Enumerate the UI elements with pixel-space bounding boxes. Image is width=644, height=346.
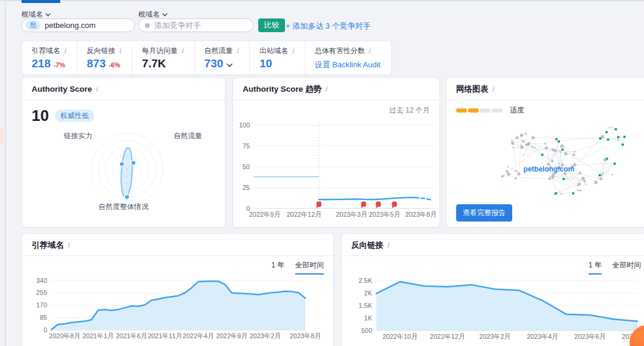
- metric-delta: -6%: [109, 61, 120, 68]
- authority-score-card: Authority Scorei 10 权威性低 链接实力 自然流量 自然度整体…: [21, 77, 225, 227]
- metric-label: 自然流量: [205, 46, 233, 56]
- svg-text:2023年2月: 2023年2月: [479, 333, 511, 340]
- toxicity-legend: 适度: [456, 105, 524, 116]
- tab-all-time[interactable]: 全部时间: [612, 260, 641, 275]
- info-icon[interactable]: i: [369, 47, 371, 55]
- backlinks-chart[interactable]: 5001K1.5K2K2.5K2022年10月2022年12月2023年2月20…: [342, 273, 644, 346]
- info-icon[interactable]: i: [67, 241, 70, 249]
- referring-domains-chart[interactable]: 0851702553402020年8月2021年1月2021年6月2021年11…: [22, 273, 335, 346]
- metric-value: 7.7K: [142, 57, 166, 70]
- svg-text:2021年1月: 2021年1月: [82, 332, 114, 339]
- svg-text:2021年6月: 2021年6月: [116, 332, 147, 339]
- metric-value: 873: [87, 57, 106, 70]
- card-title: 引荐域名: [32, 234, 64, 256]
- metric-referring-domains[interactable]: 引荐域名i 218-7%: [22, 41, 77, 74]
- svg-text:2022年10月: 2022年10月: [382, 333, 417, 340]
- svg-text:2022年12月: 2022年12月: [287, 211, 322, 218]
- referring-domains-card: 引荐域名i 1 年 全部时间 0851702553402020年8月2021年1…: [21, 233, 334, 346]
- metric-outbound-domains[interactable]: 出站域名i 10: [249, 41, 305, 74]
- svg-text:255: 255: [36, 289, 47, 296]
- info-icon[interactable]: i: [292, 47, 294, 55]
- trend-range-label: 过去 12 个月: [389, 105, 430, 116]
- svg-text:1K: 1K: [364, 314, 373, 322]
- info-icon[interactable]: i: [119, 47, 122, 55]
- svg-text:2023年8月: 2023年8月: [405, 211, 437, 218]
- info-icon[interactable]: i: [237, 47, 239, 55]
- svg-text:170: 170: [36, 301, 47, 308]
- svg-text:500: 500: [361, 327, 372, 334]
- svg-text:2022年12月: 2022年12月: [430, 333, 465, 340]
- svg-text:85: 85: [40, 314, 47, 321]
- left-rail: [0, 1, 6, 346]
- radar-axis-naturalness: 自然度整体情况: [22, 202, 225, 212]
- toxicity-segment: [468, 108, 479, 113]
- you-badge: 您: [26, 20, 41, 30]
- backlinks-range-tabs: 1 年 全部时间: [578, 260, 641, 275]
- metric-label: 反向链接: [87, 46, 116, 56]
- metric-toxicity-score: 总体有害性分数i 设置 Backlink Audit: [305, 41, 392, 74]
- svg-text:2.5K: 2.5K: [358, 277, 372, 284]
- tab-bar-divider: [0, 0, 644, 1]
- competitor-dot-icon: [145, 23, 150, 28]
- metrics-bar: 引荐域名i 218-7% 反向链接i 873-6% 每月访问量i 7.7K 自然…: [21, 40, 392, 75]
- svg-text:25: 25: [243, 184, 250, 191]
- setup-backlink-audit-link[interactable]: 设置 Backlink Audit: [315, 60, 381, 70]
- info-icon[interactable]: i: [325, 85, 327, 93]
- svg-text:2022年9月: 2022年9月: [216, 332, 247, 339]
- metric-value: 218: [32, 57, 51, 70]
- feedback-tab[interactable]: [0, 129, 4, 144]
- metric-label: 引荐域名: [32, 46, 60, 56]
- tab-all-time[interactable]: 全部时间: [295, 260, 324, 275]
- svg-text:2021年11月: 2021年11月: [148, 332, 182, 339]
- svg-text:2022年9月: 2022年9月: [249, 211, 281, 218]
- radar-axis-organic-traffic: 自然流量: [174, 131, 202, 141]
- toxicity-level-label: 适度: [510, 105, 524, 116]
- metric-label: 每月访问量: [142, 46, 178, 56]
- card-title: Authority Score: [32, 78, 92, 100]
- toxicity-segment: [480, 108, 491, 113]
- chevron-down-icon[interactable]: [227, 63, 233, 67]
- info-icon[interactable]: i: [95, 85, 98, 93]
- refdomains-range-tabs: 1 年 全部时间: [261, 260, 324, 275]
- main-domain-input[interactable]: 您 petbelong.com: [21, 18, 135, 32]
- tab-one-year[interactable]: 1 年: [271, 260, 284, 275]
- tab-one-year[interactable]: 1 年: [589, 260, 602, 275]
- svg-text:100: 100: [239, 121, 250, 129]
- metric-value: 730: [205, 57, 224, 70]
- view-full-report-button[interactable]: 查看完整报告: [456, 204, 512, 222]
- metric-backlinks[interactable]: 反向链接i 873-6%: [77, 41, 132, 74]
- svg-text:2023年8月: 2023年8月: [290, 332, 321, 339]
- competitor-placeholder: 添加竞争对手: [154, 20, 201, 31]
- authority-trend-card: Authority Score 趋势i 过去 12 个月 02550751002…: [233, 77, 440, 227]
- metric-monthly-visits[interactable]: 每月访问量i 7.7K: [132, 41, 194, 74]
- svg-text:0: 0: [44, 326, 47, 333]
- network-graph[interactable]: [453, 115, 644, 217]
- competitor-input[interactable]: 添加竞争对手: [138, 18, 253, 32]
- backlinks-card: 反向链接i 1 年 全部时间 5001K1.5K2K2.5K2022年10月20…: [341, 233, 644, 346]
- metric-label: 出站域名: [259, 46, 288, 56]
- info-icon[interactable]: i: [181, 47, 184, 55]
- svg-text:2023年5月: 2023年5月: [369, 211, 401, 218]
- info-icon[interactable]: i: [492, 85, 494, 93]
- network-graph-card: 网络图表i 适度 petbelong.com 查看完整报告: [446, 77, 644, 227]
- svg-text:2023年3月: 2023年3月: [336, 211, 367, 218]
- svg-text:2020年8月: 2020年8月: [49, 332, 80, 339]
- info-icon[interactable]: i: [387, 241, 389, 249]
- info-icon[interactable]: i: [64, 47, 66, 55]
- card-title: 反向链接: [351, 234, 383, 256]
- card-title: Authority Score 趋势: [243, 78, 321, 100]
- svg-text:50: 50: [243, 163, 250, 170]
- metric-delta: -7%: [54, 61, 66, 68]
- metric-organic-traffic[interactable]: 自然流量i 730: [194, 41, 250, 74]
- backlink-analytics-page: 根域名 您 petbelong.com 根域名 添加竞争对手 比较 + 添加多达…: [0, 0, 644, 346]
- add-competitors-link[interactable]: + 添加多达 3 个竞争对手: [286, 21, 371, 32]
- authority-trend-chart[interactable]: 02550751002022年9月2022年12月2023年3月2023年5月2…: [238, 117, 438, 223]
- svg-text:2023年4月: 2023年4月: [527, 333, 558, 340]
- chevron-down-icon: [45, 13, 51, 17]
- metric-value: 10: [259, 57, 272, 70]
- radar-axis-link-power: 链接实力: [64, 131, 92, 141]
- metric-label: 总体有害性分数: [315, 46, 365, 56]
- domain-value: petbelong.com: [45, 21, 95, 30]
- svg-text:2023年6月: 2023年6月: [574, 333, 606, 340]
- compare-button[interactable]: 比较: [258, 18, 285, 32]
